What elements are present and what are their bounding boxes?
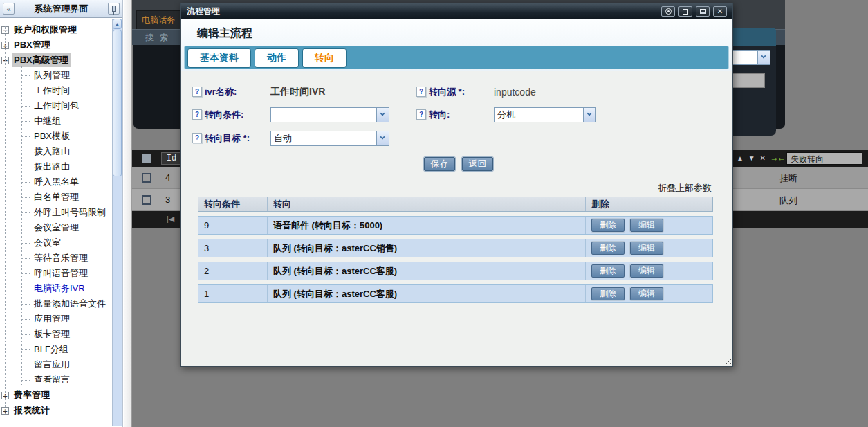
tree-item[interactable]: 外呼主叫号码限制 [0, 205, 111, 220]
sort-asc-icon[interactable]: ▲ [737, 154, 745, 162]
tree-item[interactable]: 批量添加语音文件 [0, 296, 111, 311]
tree-item[interactable]: 中继组 [0, 113, 111, 129]
tree-item-label[interactable]: 白名单管理 [32, 190, 81, 204]
row-checkbox[interactable] [142, 195, 151, 205]
help-icon[interactable]: ? [416, 109, 426, 120]
tree-item-label[interactable]: PBX管理 [12, 38, 53, 52]
tree-item[interactable]: 板卡管理 [0, 327, 111, 342]
restore-icon[interactable] [696, 6, 710, 17]
tree-item-label[interactable]: 拨出路由 [32, 160, 72, 174]
tree-item-label[interactable]: BLF分组 [32, 343, 71, 356]
chevron-down-icon[interactable] [757, 51, 770, 64]
select-all-checkbox[interactable] [142, 154, 151, 163]
collapse-params-link[interactable]: 折叠上部参数 [658, 182, 712, 194]
tree-item[interactable]: 会议室 [0, 235, 111, 251]
tree-item[interactable]: 留言应用 [0, 357, 111, 372]
sort-desc-icon[interactable]: ▼ [748, 154, 757, 162]
tree-item[interactable]: −账户和权限管理 [0, 22, 111, 37]
tree-item-label[interactable]: 工作时间 [32, 84, 72, 98]
tree-item-label[interactable]: 账户和权限管理 [12, 23, 79, 37]
tree-item-label[interactable]: 拨入路由 [32, 145, 72, 158]
edit-button[interactable]: 编辑 [630, 219, 663, 232]
help-icon[interactable]: ? [192, 87, 202, 97]
tree-item-label[interactable]: 查看留言 [32, 373, 72, 387]
edit-button[interactable]: 编辑 [630, 242, 663, 255]
sidebar-collapse-icon[interactable]: « [3, 3, 15, 15]
tree-item-label[interactable]: 呼入黑名单 [32, 175, 81, 189]
maximize-icon[interactable] [678, 6, 692, 17]
tree-item[interactable]: +报表统计 [0, 403, 111, 418]
tree-item[interactable]: BLF分组 [0, 342, 111, 357]
tree-item[interactable]: PBX模板 [0, 129, 111, 144]
tree-item-label[interactable]: 费率管理 [12, 388, 52, 402]
tree-item[interactable]: 电脑话务IVR [0, 281, 111, 296]
tree-item-label[interactable]: 工作时间包 [32, 99, 81, 113]
tree-item[interactable]: +费率管理 [0, 388, 111, 403]
delete-button[interactable]: 删除 [591, 242, 625, 255]
tree-item-label[interactable]: PBX高级管理 [12, 53, 71, 67]
tree-item-label[interactable]: 会议室管理 [32, 221, 81, 235]
tree-item[interactable]: −PBX高级管理 [0, 53, 111, 68]
row-checkbox[interactable] [142, 173, 151, 183]
close-icon[interactable]: ✕ [713, 6, 727, 17]
tab-basic[interactable]: 基本资料 [187, 48, 251, 68]
redirect-select[interactable]: 分机 [494, 107, 596, 122]
tree-item-label[interactable]: 留言应用 [32, 358, 72, 372]
tree-item[interactable]: 队列管理 [0, 68, 111, 83]
save-button[interactable]: 保存 [424, 157, 455, 171]
delete-button[interactable]: 删除 [591, 264, 625, 278]
tree-item[interactable]: 工作时间 [0, 83, 111, 98]
module-tab-ivr[interactable]: 电脑话务 [136, 10, 181, 29]
resize-grip[interactable] [723, 356, 731, 365]
scrollbar-thumb[interactable] [113, 30, 122, 176]
tree-item[interactable]: 白名单管理 [0, 190, 111, 205]
tree-item-label[interactable]: 呼叫语音管理 [32, 266, 90, 280]
chevron-down-icon[interactable] [376, 108, 389, 122]
back-button[interactable]: 返回 [462, 157, 493, 171]
chevron-down-icon[interactable] [376, 131, 389, 145]
help-icon[interactable]: ? [192, 133, 202, 143]
dialog-titlebar[interactable]: 流程管理 ✕ [181, 3, 732, 19]
move-left-icon[interactable]: ← [777, 153, 786, 163]
tree-item-label[interactable]: 电脑话务IVR [32, 282, 87, 296]
pager-first-icon[interactable]: |◀ [167, 215, 174, 224]
delete-button[interactable]: 删除 [591, 287, 625, 300]
sidebar-separator[interactable] [124, 0, 132, 427]
tree-item-label[interactable]: 报表统计 [12, 403, 52, 417]
tree-item[interactable]: 呼叫语音管理 [0, 266, 111, 281]
tab-action[interactable]: 动作 [255, 48, 299, 68]
tree-item-label[interactable]: 等待音乐管理 [32, 251, 90, 265]
tree-item-label[interactable]: 批量添加语音文件 [32, 297, 108, 311]
tree-item-label[interactable]: 板卡管理 [32, 327, 72, 341]
tree-item-label[interactable]: 应用管理 [32, 312, 72, 326]
help-icon[interactable]: ? [192, 109, 202, 120]
edit-button[interactable]: 编辑 [630, 264, 663, 278]
tree-item[interactable]: 呼入黑名单 [0, 174, 111, 190]
clear-icon[interactable]: ✕ [759, 154, 766, 162]
tree-item[interactable]: 拨入路由 [0, 144, 111, 159]
scroll-up-icon[interactable]: ▲ [113, 19, 122, 29]
tree-item-label[interactable]: 会议室 [32, 236, 63, 250]
fail-redirect-column-header[interactable]: 失败转向 [786, 152, 862, 165]
edit-button[interactable]: 编辑 [630, 287, 663, 300]
panel-toggle-icon[interactable] [661, 6, 675, 17]
tree-item[interactable]: 应用管理 [0, 311, 111, 327]
sidebar-scrollbar[interactable]: ▲ [112, 19, 122, 426]
tree-item[interactable]: 工作时间包 [0, 98, 111, 113]
delete-button[interactable]: 删除 [591, 219, 625, 232]
tab-redirect[interactable]: 转向 [302, 48, 347, 68]
pin-icon[interactable] [108, 3, 120, 15]
tree-item[interactable]: 等待音乐管理 [0, 251, 111, 266]
target-select[interactable]: 自动 [270, 131, 389, 146]
tree-item[interactable]: 查看留言 [0, 372, 111, 388]
tree-item[interactable]: +PBX管理 [0, 37, 111, 53]
tree-item-label[interactable]: 外呼主叫号码限制 [32, 206, 108, 219]
tree-item-label[interactable]: 中继组 [32, 114, 63, 128]
tree-item-label[interactable]: 队列管理 [32, 69, 72, 82]
condition-select[interactable] [270, 107, 389, 122]
help-icon[interactable]: ? [416, 87, 426, 97]
tree-item[interactable]: 会议室管理 [0, 220, 111, 235]
chevron-down-icon[interactable] [583, 108, 595, 122]
tree-item[interactable]: 拨出路由 [0, 159, 111, 174]
grid-id-header[interactable]: Id [161, 152, 182, 165]
